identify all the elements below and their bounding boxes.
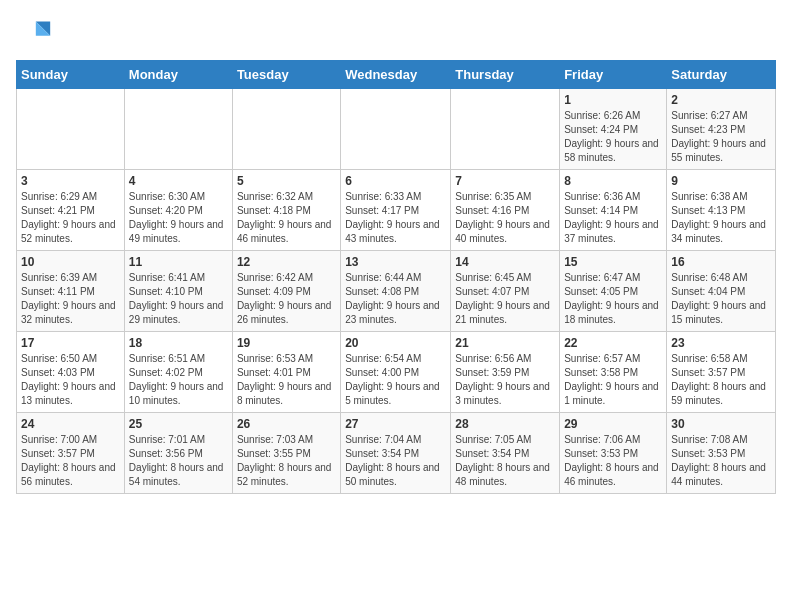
day-number: 8 (564, 174, 662, 188)
day-info: Sunrise: 6:26 AM Sunset: 4:24 PM Dayligh… (564, 109, 662, 165)
day-number: 14 (455, 255, 555, 269)
calendar-cell: 24Sunrise: 7:00 AM Sunset: 3:57 PM Dayli… (17, 413, 125, 494)
day-info: Sunrise: 6:30 AM Sunset: 4:20 PM Dayligh… (129, 190, 228, 246)
day-info: Sunrise: 7:08 AM Sunset: 3:53 PM Dayligh… (671, 433, 771, 489)
day-number: 12 (237, 255, 336, 269)
day-number: 13 (345, 255, 446, 269)
day-info: Sunrise: 7:05 AM Sunset: 3:54 PM Dayligh… (455, 433, 555, 489)
day-info: Sunrise: 6:42 AM Sunset: 4:09 PM Dayligh… (237, 271, 336, 327)
day-info: Sunrise: 6:36 AM Sunset: 4:14 PM Dayligh… (564, 190, 662, 246)
day-header-sunday: Sunday (17, 61, 125, 89)
day-info: Sunrise: 6:47 AM Sunset: 4:05 PM Dayligh… (564, 271, 662, 327)
day-number: 17 (21, 336, 120, 350)
day-number: 21 (455, 336, 555, 350)
day-number: 7 (455, 174, 555, 188)
calendar-cell: 16Sunrise: 6:48 AM Sunset: 4:04 PM Dayli… (667, 251, 776, 332)
calendar-cell: 23Sunrise: 6:58 AM Sunset: 3:57 PM Dayli… (667, 332, 776, 413)
logo-icon (16, 16, 52, 52)
day-header-saturday: Saturday (667, 61, 776, 89)
day-number: 30 (671, 417, 771, 431)
day-info: Sunrise: 6:32 AM Sunset: 4:18 PM Dayligh… (237, 190, 336, 246)
day-number: 3 (21, 174, 120, 188)
day-info: Sunrise: 6:39 AM Sunset: 4:11 PM Dayligh… (21, 271, 120, 327)
day-info: Sunrise: 7:01 AM Sunset: 3:56 PM Dayligh… (129, 433, 228, 489)
day-header-wednesday: Wednesday (341, 61, 451, 89)
day-info: Sunrise: 6:54 AM Sunset: 4:00 PM Dayligh… (345, 352, 446, 408)
day-info: Sunrise: 6:51 AM Sunset: 4:02 PM Dayligh… (129, 352, 228, 408)
calendar-cell: 29Sunrise: 7:06 AM Sunset: 3:53 PM Dayli… (560, 413, 667, 494)
day-info: Sunrise: 6:57 AM Sunset: 3:58 PM Dayligh… (564, 352, 662, 408)
day-info: Sunrise: 6:50 AM Sunset: 4:03 PM Dayligh… (21, 352, 120, 408)
day-number: 9 (671, 174, 771, 188)
day-info: Sunrise: 6:41 AM Sunset: 4:10 PM Dayligh… (129, 271, 228, 327)
day-number: 1 (564, 93, 662, 107)
day-header-thursday: Thursday (451, 61, 560, 89)
calendar-cell: 8Sunrise: 6:36 AM Sunset: 4:14 PM Daylig… (560, 170, 667, 251)
calendar-cell: 7Sunrise: 6:35 AM Sunset: 4:16 PM Daylig… (451, 170, 560, 251)
day-number: 24 (21, 417, 120, 431)
calendar-cell: 11Sunrise: 6:41 AM Sunset: 4:10 PM Dayli… (124, 251, 232, 332)
calendar-cell: 19Sunrise: 6:53 AM Sunset: 4:01 PM Dayli… (232, 332, 340, 413)
day-number: 20 (345, 336, 446, 350)
calendar-cell (17, 89, 125, 170)
day-info: Sunrise: 6:27 AM Sunset: 4:23 PM Dayligh… (671, 109, 771, 165)
day-info: Sunrise: 7:03 AM Sunset: 3:55 PM Dayligh… (237, 433, 336, 489)
day-info: Sunrise: 6:44 AM Sunset: 4:08 PM Dayligh… (345, 271, 446, 327)
day-header-monday: Monday (124, 61, 232, 89)
day-number: 15 (564, 255, 662, 269)
day-number: 27 (345, 417, 446, 431)
calendar-cell: 28Sunrise: 7:05 AM Sunset: 3:54 PM Dayli… (451, 413, 560, 494)
calendar-cell: 1Sunrise: 6:26 AM Sunset: 4:24 PM Daylig… (560, 89, 667, 170)
day-number: 19 (237, 336, 336, 350)
calendar-cell: 2Sunrise: 6:27 AM Sunset: 4:23 PM Daylig… (667, 89, 776, 170)
calendar-cell: 6Sunrise: 6:33 AM Sunset: 4:17 PM Daylig… (341, 170, 451, 251)
calendar-cell (451, 89, 560, 170)
calendar-cell: 17Sunrise: 6:50 AM Sunset: 4:03 PM Dayli… (17, 332, 125, 413)
calendar-cell: 30Sunrise: 7:08 AM Sunset: 3:53 PM Dayli… (667, 413, 776, 494)
calendar-cell: 27Sunrise: 7:04 AM Sunset: 3:54 PM Dayli… (341, 413, 451, 494)
day-header-tuesday: Tuesday (232, 61, 340, 89)
calendar-cell: 4Sunrise: 6:30 AM Sunset: 4:20 PM Daylig… (124, 170, 232, 251)
calendar-cell: 18Sunrise: 6:51 AM Sunset: 4:02 PM Dayli… (124, 332, 232, 413)
day-number: 26 (237, 417, 336, 431)
day-header-friday: Friday (560, 61, 667, 89)
day-info: Sunrise: 6:35 AM Sunset: 4:16 PM Dayligh… (455, 190, 555, 246)
day-info: Sunrise: 6:48 AM Sunset: 4:04 PM Dayligh… (671, 271, 771, 327)
day-number: 22 (564, 336, 662, 350)
day-info: Sunrise: 6:33 AM Sunset: 4:17 PM Dayligh… (345, 190, 446, 246)
calendar-cell: 26Sunrise: 7:03 AM Sunset: 3:55 PM Dayli… (232, 413, 340, 494)
day-info: Sunrise: 7:06 AM Sunset: 3:53 PM Dayligh… (564, 433, 662, 489)
calendar-cell: 10Sunrise: 6:39 AM Sunset: 4:11 PM Dayli… (17, 251, 125, 332)
day-info: Sunrise: 6:38 AM Sunset: 4:13 PM Dayligh… (671, 190, 771, 246)
calendar-cell: 13Sunrise: 6:44 AM Sunset: 4:08 PM Dayli… (341, 251, 451, 332)
calendar-cell (124, 89, 232, 170)
calendar-cell (232, 89, 340, 170)
calendar-cell: 15Sunrise: 6:47 AM Sunset: 4:05 PM Dayli… (560, 251, 667, 332)
day-number: 18 (129, 336, 228, 350)
calendar-cell: 25Sunrise: 7:01 AM Sunset: 3:56 PM Dayli… (124, 413, 232, 494)
calendar-cell: 3Sunrise: 6:29 AM Sunset: 4:21 PM Daylig… (17, 170, 125, 251)
calendar-cell: 21Sunrise: 6:56 AM Sunset: 3:59 PM Dayli… (451, 332, 560, 413)
day-number: 2 (671, 93, 771, 107)
header (16, 16, 776, 52)
day-info: Sunrise: 6:56 AM Sunset: 3:59 PM Dayligh… (455, 352, 555, 408)
day-info: Sunrise: 6:45 AM Sunset: 4:07 PM Dayligh… (455, 271, 555, 327)
day-info: Sunrise: 6:53 AM Sunset: 4:01 PM Dayligh… (237, 352, 336, 408)
day-number: 6 (345, 174, 446, 188)
day-info: Sunrise: 7:04 AM Sunset: 3:54 PM Dayligh… (345, 433, 446, 489)
day-number: 5 (237, 174, 336, 188)
calendar-cell: 9Sunrise: 6:38 AM Sunset: 4:13 PM Daylig… (667, 170, 776, 251)
day-info: Sunrise: 6:29 AM Sunset: 4:21 PM Dayligh… (21, 190, 120, 246)
day-number: 29 (564, 417, 662, 431)
day-number: 11 (129, 255, 228, 269)
calendar-cell (341, 89, 451, 170)
calendar-cell: 14Sunrise: 6:45 AM Sunset: 4:07 PM Dayli… (451, 251, 560, 332)
logo (16, 16, 56, 52)
day-info: Sunrise: 6:58 AM Sunset: 3:57 PM Dayligh… (671, 352, 771, 408)
day-number: 23 (671, 336, 771, 350)
calendar-table: SundayMondayTuesdayWednesdayThursdayFrid… (16, 60, 776, 494)
day-number: 28 (455, 417, 555, 431)
calendar-cell: 5Sunrise: 6:32 AM Sunset: 4:18 PM Daylig… (232, 170, 340, 251)
day-number: 25 (129, 417, 228, 431)
day-number: 10 (21, 255, 120, 269)
